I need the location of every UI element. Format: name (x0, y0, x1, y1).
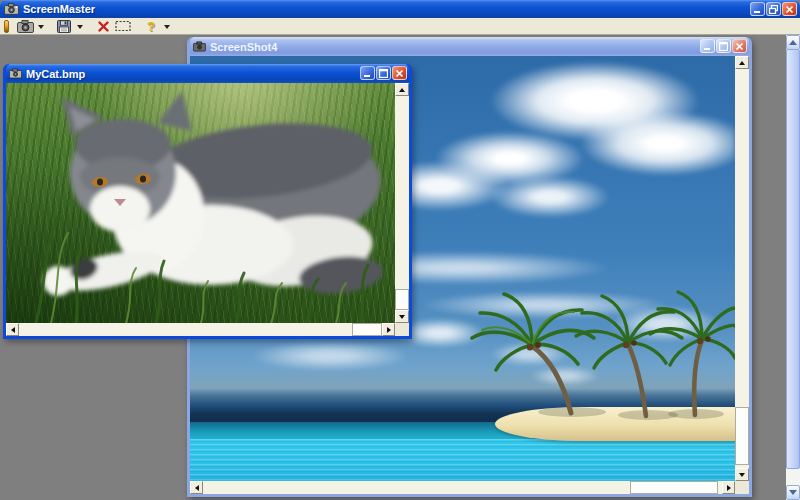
down-arrow-icon (164, 25, 170, 32)
up-arrow-icon (739, 58, 745, 65)
scroll-down-button[interactable] (786, 485, 800, 500)
workspace-vscrollbar[interactable] (786, 35, 800, 500)
vscroll-thumb[interactable] (735, 407, 749, 465)
scroll-up-button[interactable] (735, 56, 749, 69)
scrollbar-corner (395, 323, 409, 336)
hscroll-thumb[interactable] (352, 323, 382, 336)
left-arrow-icon (192, 485, 199, 491)
restore-button[interactable] (766, 2, 781, 16)
mycat-client-area (6, 83, 409, 336)
scroll-right-button[interactable] (722, 481, 735, 494)
screenshot4-controls (700, 39, 747, 53)
minimize-button[interactable] (700, 39, 715, 53)
mycat-controls (360, 66, 407, 80)
scroll-left-button[interactable] (6, 323, 19, 336)
camera-icon (9, 68, 22, 79)
save-button[interactable] (54, 19, 74, 34)
close-button[interactable] (392, 66, 407, 80)
mycat-hscrollbar[interactable] (6, 323, 395, 336)
window-mycat[interactable]: MyCat.bmp (3, 64, 412, 339)
up-arrow-icon (399, 85, 405, 92)
scroll-down-button[interactable] (735, 468, 749, 481)
floppy-disk-icon (57, 20, 71, 33)
help-button[interactable]: ? (141, 19, 161, 34)
capture-button[interactable] (15, 19, 35, 34)
minimize-button[interactable] (360, 66, 375, 80)
help-dropdown[interactable] (161, 19, 172, 34)
scroll-down-button[interactable] (395, 310, 409, 323)
question-mark-icon: ? (147, 20, 155, 33)
toolbar-grip[interactable] (4, 20, 9, 33)
mycat-titlebar[interactable]: MyCat.bmp (6, 64, 409, 83)
vscroll-thumb[interactable] (786, 49, 800, 469)
down-arrow-icon (399, 315, 405, 322)
cat-image (6, 83, 395, 323)
camera-icon (193, 41, 206, 52)
capture-dropdown[interactable] (35, 19, 46, 34)
maximize-button[interactable] (376, 66, 391, 80)
main-toolbar: ? (0, 18, 800, 35)
right-arrow-icon (387, 327, 394, 333)
screenmaster-app: ScreenMaster ? (0, 0, 800, 500)
app-camera-icon (4, 3, 19, 15)
down-arrow-icon (789, 490, 797, 499)
close-button[interactable] (782, 2, 797, 16)
camera-icon (17, 20, 34, 33)
scroll-up-button[interactable] (395, 83, 409, 96)
close-button[interactable] (732, 39, 747, 53)
scroll-up-button[interactable] (786, 35, 800, 50)
vscroll-thumb[interactable] (395, 289, 409, 310)
mycat-vscrollbar[interactable] (395, 83, 409, 323)
scroll-left-button[interactable] (190, 481, 203, 494)
up-arrow-icon (789, 36, 797, 45)
delete-button[interactable] (93, 19, 113, 34)
app-title: ScreenMaster (23, 3, 95, 15)
down-arrow-icon (38, 25, 44, 32)
right-arrow-icon (727, 485, 734, 491)
scroll-right-button[interactable] (382, 323, 395, 336)
left-arrow-icon (8, 327, 15, 333)
select-region-button[interactable] (113, 19, 133, 34)
screenshot4-title: ScreenShot4 (210, 41, 277, 53)
minimize-button[interactable] (750, 2, 765, 16)
marquee-icon (115, 20, 131, 32)
mycat-title: MyCat.bmp (26, 68, 85, 80)
screenshot4-vscrollbar[interactable] (735, 56, 749, 481)
save-dropdown[interactable] (74, 19, 85, 34)
hscroll-thumb[interactable] (630, 481, 718, 494)
down-arrow-icon (77, 25, 83, 32)
maximize-button[interactable] (716, 39, 731, 53)
down-arrow-icon (739, 473, 745, 480)
screenshot4-hscrollbar[interactable] (190, 481, 735, 494)
main-window-controls (750, 2, 797, 16)
scrollbar-corner (735, 481, 749, 494)
screenshot4-titlebar[interactable]: ScreenShot4 (190, 37, 749, 56)
red-x-icon (98, 21, 109, 32)
main-titlebar[interactable]: ScreenMaster (0, 0, 800, 18)
